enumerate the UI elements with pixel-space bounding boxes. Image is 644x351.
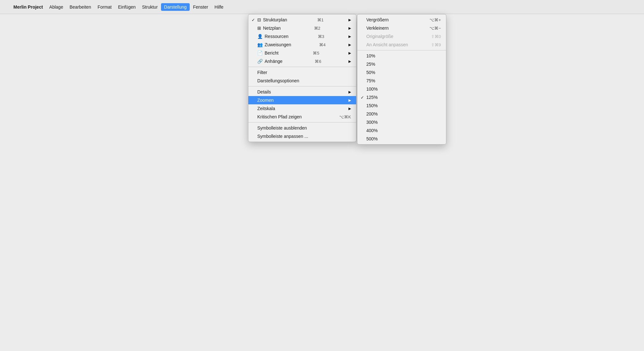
vergroessern-shortcut: ⌥⌘+ [422, 18, 441, 22]
anhaenge-label: Anhänge [265, 59, 282, 64]
menu-item-symbolleiste-anpassen[interactable]: Symbolleiste anpassen ... [248, 132, 356, 140]
netzplan-icon: ⊞ [257, 26, 261, 31]
zoom-150-label: 150% [366, 103, 378, 108]
anhaenge-icon: 🔗 [257, 59, 263, 64]
menus-wrapper: ⊟ Strukturplan ⌘1 ▶ ⊞ Netzplan ⌘2 ▶ 👤 Re… [248, 14, 446, 145]
zoom-400-label: 400% [366, 128, 378, 133]
zoom-500-label: 500% [366, 136, 378, 141]
menu-item-netzplan[interactable]: ⊞ Netzplan ⌘2 ▶ [248, 24, 356, 32]
kritischen-pfad-label: Kritischen Pfad zeigen [257, 114, 302, 119]
zoom-150[interactable]: 150% [357, 101, 446, 110]
strukturplan-label: Strukturplan [263, 17, 287, 22]
zeitskala-arrow: ▶ [346, 107, 351, 111]
darstellungsoptionen-label: Darstellungsoptionen [257, 78, 299, 83]
bericht-shortcut: ⌘5 [305, 51, 319, 56]
menu-item-details[interactable]: Details ▶ [248, 88, 356, 96]
ressourcen-icon: 👤 [257, 34, 263, 39]
menubar-app-name[interactable]: Merlin Project [10, 3, 46, 11]
darstellung-menu: ⊟ Strukturplan ⌘1 ▶ ⊞ Netzplan ⌘2 ▶ 👤 Re… [248, 14, 356, 142]
menu-item-symbolleiste-ausblenden[interactable]: Symbolleiste ausblenden [248, 124, 356, 132]
apple-menu[interactable] [3, 6, 10, 8]
zoom-125-label: 125% [366, 95, 378, 100]
zoom-25[interactable]: 25% [357, 60, 446, 68]
menu-item-kritischen-pfad[interactable]: Kritischen Pfad zeigen ⌥⌘K [248, 113, 356, 121]
menubar-ablage[interactable]: Ablage [46, 3, 67, 11]
zoom-25-label: 25% [366, 62, 375, 67]
netzplan-arrow: ▶ [346, 26, 351, 30]
zoom-500[interactable]: 500% [357, 135, 446, 143]
zuweisungen-icon: 👥 [257, 42, 263, 47]
menu-item-zuweisungen[interactable]: 👥 Zuweisungen ⌘4 ▶ [248, 41, 356, 49]
kritischen-pfad-shortcut: ⌥⌘K [332, 115, 351, 119]
bericht-label: Bericht [265, 50, 279, 56]
menubar-einfuegen[interactable]: Einfügen [115, 3, 139, 11]
menubar-struktur[interactable]: Struktur [139, 3, 161, 11]
netzplan-label: Netzplan [263, 26, 281, 31]
ressourcen-shortcut: ⌘3 [310, 34, 324, 39]
an-ansicht-anpassen-shortcut: ⇧⌘9 [423, 42, 441, 47]
menu-item-zoomen[interactable]: Zoomen ▶ [248, 96, 356, 104]
menu-item-strukturplan[interactable]: ⊟ Strukturplan ⌘1 ▶ [248, 16, 356, 24]
zoom-200-label: 200% [366, 111, 378, 116]
an-ansicht-anpassen-label: An Ansicht anpassen [366, 42, 408, 47]
symbolleiste-ausblenden-label: Symbolleiste ausblenden [257, 125, 307, 131]
zoom-75-label: 75% [366, 78, 375, 83]
zuweisungen-arrow: ▶ [346, 43, 351, 47]
menubar-darstellung[interactable]: Darstellung [161, 3, 190, 11]
menubar-fenster[interactable]: Fenster [190, 3, 211, 11]
zoom-75[interactable]: 75% [357, 77, 446, 85]
verkleinern-label: Verkleinern [366, 26, 389, 31]
bericht-arrow: ▶ [346, 51, 351, 55]
ressourcen-label: Ressourcen [265, 34, 289, 39]
verkleinern-shortcut: ⌥⌘− [422, 26, 441, 31]
details-label: Details [257, 89, 271, 94]
menu-item-filter[interactable]: Filter [248, 68, 356, 77]
details-arrow: ▶ [346, 90, 351, 94]
menu-item-zeitskala[interactable]: Zeitskala ▶ [248, 104, 356, 113]
zoom-verkleinern[interactable]: Verkleinern ⌥⌘− [357, 24, 446, 32]
menubar-format[interactable]: Format [94, 3, 115, 11]
zoomen-label: Zoomen [257, 98, 274, 103]
zeitskala-label: Zeitskala [257, 106, 275, 111]
strukturplan-shortcut: ⌘1 [310, 18, 324, 22]
anhaenge-arrow: ▶ [346, 59, 351, 63]
zoom-400[interactable]: 400% [357, 126, 446, 135]
zoom-50[interactable]: 50% [357, 68, 446, 77]
zoom-100[interactable]: 100% [357, 85, 446, 93]
menubar-hilfe[interactable]: Hilfe [211, 3, 227, 11]
strukturplan-icon: ⊟ [257, 17, 261, 22]
originalgroesse-shortcut: ⇧⌘0 [423, 34, 441, 39]
anhaenge-shortcut: ⌘6 [307, 59, 321, 64]
filter-label: Filter [257, 70, 267, 75]
zoom-originalgroesse[interactable]: Originalgröße ⇧⌘0 [357, 32, 446, 41]
zoom-10-label: 10% [366, 53, 375, 58]
menu-item-bericht[interactable]: 📄 Bericht ⌘5 ▶ [248, 49, 356, 57]
menu-item-darstellungsoptionen[interactable]: Darstellungsoptionen [248, 77, 356, 85]
menu-item-ressourcen[interactable]: 👤 Ressourcen ⌘3 ▶ [248, 32, 356, 41]
vergroessern-label: Vergrößern [366, 17, 389, 22]
zoom-200[interactable]: 200% [357, 110, 446, 118]
zuweisungen-shortcut: ⌘4 [311, 42, 326, 47]
netzplan-shortcut: ⌘2 [306, 26, 320, 31]
bericht-icon: 📄 [257, 50, 263, 56]
zoom-100-label: 100% [366, 86, 378, 92]
zoom-separator-1 [357, 50, 446, 50]
zoom-125[interactable]: 125% [357, 93, 446, 101]
zoom-50-label: 50% [366, 70, 375, 75]
zoom-300-label: 300% [366, 120, 378, 125]
zoom-vergroessern[interactable]: Vergrößern ⌥⌘+ [357, 16, 446, 24]
zoom-submenu: Vergrößern ⌥⌘+ Verkleinern ⌥⌘− Originalg… [357, 14, 446, 145]
menubar: Merlin Project Ablage Bearbeiten Format … [0, 0, 644, 14]
zoom-300[interactable]: 300% [357, 118, 446, 126]
zoom-10[interactable]: 10% [357, 52, 446, 60]
zoom-an-ansicht-anpassen[interactable]: An Ansicht anpassen ⇧⌘9 [357, 41, 446, 49]
menu-item-anhaenge[interactable]: 🔗 Anhänge ⌘6 ▶ [248, 57, 356, 65]
dropdown-container: ⊟ Strukturplan ⌘1 ▶ ⊞ Netzplan ⌘2 ▶ 👤 Re… [248, 14, 446, 145]
zoomen-arrow: ▶ [346, 98, 351, 102]
separator-3 [248, 122, 356, 123]
zuweisungen-label: Zuweisungen [265, 42, 291, 47]
menubar-bearbeiten[interactable]: Bearbeiten [66, 3, 94, 11]
ressourcen-arrow: ▶ [346, 34, 351, 39]
symbolleiste-anpassen-label: Symbolleiste anpassen ... [257, 134, 308, 139]
separator-1 [248, 67, 356, 67]
